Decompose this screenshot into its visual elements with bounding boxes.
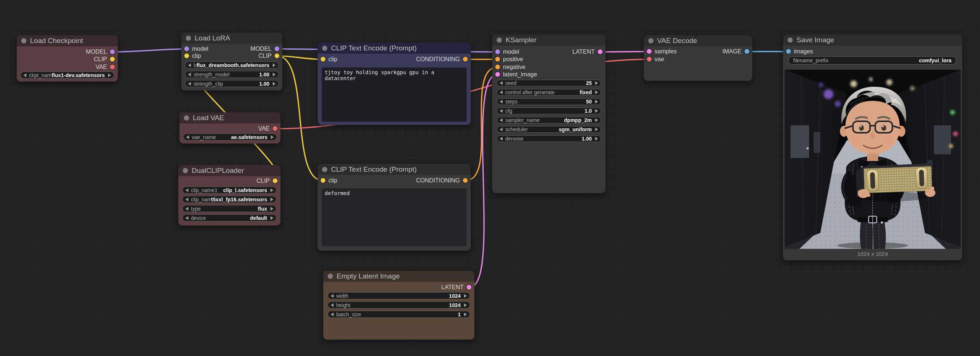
decrement-arrow-icon[interactable] xyxy=(500,137,503,141)
positive-prompt-text[interactable]: tjtoy toy holding sparkgpu gpu in a data… xyxy=(322,68,466,122)
widget-width[interactable]: width 1024 xyxy=(328,292,470,299)
decrement-arrow-icon[interactable] xyxy=(185,188,188,192)
increment-arrow-icon[interactable] xyxy=(273,73,276,76)
output-slot-model[interactable]: MODEL xyxy=(86,48,115,55)
clip-slot-dot[interactable] xyxy=(184,54,189,58)
latent-slot-dot[interactable] xyxy=(495,72,500,77)
widget-device[interactable]: device default xyxy=(182,214,277,222)
decrement-arrow-icon[interactable] xyxy=(500,109,503,113)
widget-denoise[interactable]: denoise 1.00 xyxy=(497,135,601,142)
node-dual-clip-loader[interactable]: DualCLIPLoader CLIP clip_name1 clip_l.sa… xyxy=(178,165,280,225)
collapse-dot-icon[interactable] xyxy=(186,36,191,41)
widget-type[interactable]: type flux xyxy=(182,205,277,212)
decrement-arrow-icon[interactable] xyxy=(188,82,191,85)
output-slot-clip[interactable]: CLIP xyxy=(94,55,115,63)
increment-arrow-icon[interactable] xyxy=(464,303,467,307)
decrement-arrow-icon[interactable] xyxy=(331,303,334,307)
node-title-bar[interactable]: DualCLIPLoader xyxy=(178,165,280,176)
increment-arrow-icon[interactable] xyxy=(464,294,467,298)
widget-vae-name[interactable]: vae_name ae.safetensors xyxy=(183,133,277,141)
decrement-arrow-icon[interactable] xyxy=(185,207,188,210)
graph-canvas[interactable]: { "slot_colors":{"model":"#a98ce5","clip… xyxy=(0,0,980,356)
increment-arrow-icon[interactable] xyxy=(595,137,598,141)
output-slot-vae[interactable]: VAE xyxy=(258,125,277,132)
input-slot-clip[interactable]: clip xyxy=(321,55,337,63)
increment-arrow-icon[interactable] xyxy=(270,207,274,210)
increment-arrow-icon[interactable] xyxy=(270,198,274,201)
input-slot-model[interactable]: model xyxy=(495,48,519,55)
collapse-dot-icon[interactable] xyxy=(183,168,188,173)
output-slot-clip[interactable]: CLIP xyxy=(256,177,277,185)
node-title-bar[interactable]: Load VAE xyxy=(180,112,280,123)
decrement-arrow-icon[interactable] xyxy=(500,81,503,85)
node-title-bar[interactable]: CLIP Text Encode (Prompt) xyxy=(318,164,471,175)
input-slot-positive[interactable]: positive xyxy=(495,55,523,63)
input-slot-negative[interactable]: negative xyxy=(495,63,526,71)
widget-sampler-name[interactable]: sampler_name dpmpp_2m xyxy=(497,117,601,123)
increment-arrow-icon[interactable] xyxy=(270,216,274,220)
increment-arrow-icon[interactable] xyxy=(270,188,274,192)
collapse-dot-icon[interactable] xyxy=(328,274,333,279)
vae-slot-dot[interactable] xyxy=(273,126,277,131)
model-slot-dot[interactable] xyxy=(184,46,189,51)
decrement-arrow-icon[interactable] xyxy=(188,63,191,67)
widget-control-after-generate[interactable]: control after generate fixed xyxy=(497,89,601,96)
widget-scheduler[interactable]: scheduler sgm_uniform xyxy=(497,126,601,133)
increment-arrow-icon[interactable] xyxy=(273,82,276,85)
decrement-arrow-icon[interactable] xyxy=(185,198,188,201)
increment-arrow-icon[interactable] xyxy=(595,100,598,103)
widget-filename-prefix[interactable]: filename_prefix comfyui_lora xyxy=(788,56,956,65)
decrement-arrow-icon[interactable] xyxy=(186,135,189,139)
node-title-bar[interactable]: Load Checkpoint xyxy=(17,35,118,46)
node-load-lora[interactable]: Load LoRA model clip MODEL CLIP lor ... … xyxy=(181,33,282,90)
image-slot-dot[interactable] xyxy=(786,49,791,54)
increment-arrow-icon[interactable] xyxy=(595,90,598,94)
input-slot-clip[interactable]: clip xyxy=(184,52,201,60)
negative-prompt-text[interactable]: deformed xyxy=(322,188,466,246)
widget-clip-name2[interactable]: clip_nam ... t5xxl_fp16.safetensors xyxy=(182,196,277,203)
clip-slot-dot[interactable] xyxy=(273,178,277,183)
decrement-arrow-icon[interactable] xyxy=(331,294,334,298)
vae-slot-dot[interactable] xyxy=(647,57,652,62)
conditioning-slot-dot[interactable] xyxy=(495,65,500,70)
clip-slot-dot[interactable] xyxy=(275,54,279,58)
input-slot-clip[interactable]: clip xyxy=(321,177,337,184)
output-slot-vae[interactable]: VAE xyxy=(95,63,115,71)
widget-steps[interactable]: steps 50 xyxy=(497,98,601,105)
output-slot-latent[interactable]: LATENT xyxy=(573,48,603,55)
output-slot-clip[interactable]: CLIP xyxy=(258,52,279,60)
increment-arrow-icon[interactable] xyxy=(595,128,598,131)
node-title-bar[interactable]: KSampler xyxy=(492,35,606,46)
node-clip-text-encode-negative[interactable]: CLIP Text Encode (Prompt) clip CONDITION… xyxy=(318,164,471,251)
input-slot-model[interactable]: model xyxy=(184,45,208,53)
collapse-dot-icon[interactable] xyxy=(322,46,327,51)
decrement-arrow-icon[interactable] xyxy=(500,128,503,131)
collapse-dot-icon[interactable] xyxy=(322,167,327,172)
increment-arrow-icon[interactable] xyxy=(595,109,598,113)
latent-slot-dot[interactable] xyxy=(647,49,652,54)
node-title-bar[interactable]: Save Image xyxy=(783,35,962,46)
increment-arrow-icon[interactable] xyxy=(271,135,274,139)
widget-strength-model[interactable]: strength_model 1.00 xyxy=(185,71,278,78)
output-slot-model[interactable]: MODEL xyxy=(250,45,279,53)
clip-slot-dot[interactable] xyxy=(321,57,325,62)
decrement-arrow-icon[interactable] xyxy=(331,313,334,316)
conditioning-slot-dot[interactable] xyxy=(463,57,468,62)
latent-slot-dot[interactable] xyxy=(466,285,471,290)
decrement-arrow-icon[interactable] xyxy=(500,90,503,94)
widget-seed[interactable]: seed 25 xyxy=(497,80,601,86)
increment-arrow-icon[interactable] xyxy=(464,313,467,316)
output-slot-latent[interactable]: LATENT xyxy=(441,284,471,291)
node-load-checkpoint[interactable]: Load Checkpoint MODEL CLIP VAE ckpt_name… xyxy=(17,35,118,82)
input-slot-latent-image[interactable]: latent_image xyxy=(495,71,537,78)
increment-arrow-icon[interactable] xyxy=(273,63,276,67)
node-title-bar[interactable]: VAE Decode xyxy=(644,35,752,46)
vae-slot-dot[interactable] xyxy=(110,65,115,70)
clip-slot-dot[interactable] xyxy=(110,57,115,62)
widget-strength-clip[interactable]: strength_clip 1.00 xyxy=(185,80,278,87)
decrement-arrow-icon[interactable] xyxy=(185,216,188,220)
conditioning-slot-dot[interactable] xyxy=(463,178,468,183)
widget-height[interactable]: height 1024 xyxy=(328,302,470,309)
model-slot-dot[interactable] xyxy=(110,49,115,54)
output-slot-image[interactable]: IMAGE xyxy=(722,48,749,55)
